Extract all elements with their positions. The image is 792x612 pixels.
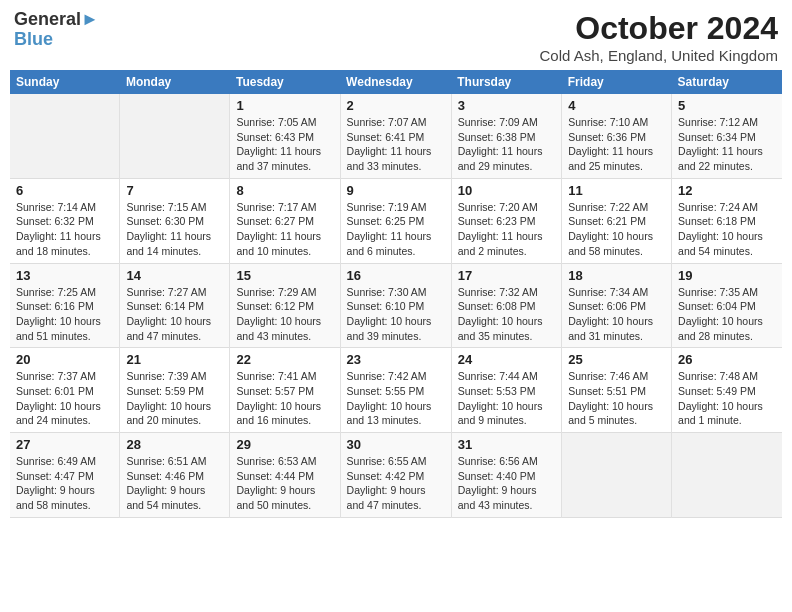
title-block: October 2024 Cold Ash, England, United K… xyxy=(540,10,778,64)
day-detail: Sunrise: 7:10 AM Sunset: 6:36 PM Dayligh… xyxy=(568,115,665,174)
calendar-cell xyxy=(10,94,120,178)
day-detail: Sunrise: 6:49 AM Sunset: 4:47 PM Dayligh… xyxy=(16,454,113,513)
day-detail: Sunrise: 7:07 AM Sunset: 6:41 PM Dayligh… xyxy=(347,115,445,174)
day-detail: Sunrise: 7:34 AM Sunset: 6:06 PM Dayligh… xyxy=(568,285,665,344)
calendar-cell: 1Sunrise: 7:05 AM Sunset: 6:43 PM Daylig… xyxy=(230,94,340,178)
day-number: 16 xyxy=(347,268,445,283)
day-detail: Sunrise: 7:22 AM Sunset: 6:21 PM Dayligh… xyxy=(568,200,665,259)
day-number: 5 xyxy=(678,98,776,113)
calendar-cell: 24Sunrise: 7:44 AM Sunset: 5:53 PM Dayli… xyxy=(451,348,561,433)
day-number: 11 xyxy=(568,183,665,198)
calendar-cell: 6Sunrise: 7:14 AM Sunset: 6:32 PM Daylig… xyxy=(10,178,120,263)
calendar-cell: 15Sunrise: 7:29 AM Sunset: 6:12 PM Dayli… xyxy=(230,263,340,348)
column-header-wednesday: Wednesday xyxy=(340,70,451,94)
day-detail: Sunrise: 7:37 AM Sunset: 6:01 PM Dayligh… xyxy=(16,369,113,428)
day-number: 23 xyxy=(347,352,445,367)
calendar-cell: 20Sunrise: 7:37 AM Sunset: 6:01 PM Dayli… xyxy=(10,348,120,433)
day-number: 21 xyxy=(126,352,223,367)
day-number: 7 xyxy=(126,183,223,198)
day-number: 4 xyxy=(568,98,665,113)
day-detail: Sunrise: 7:05 AM Sunset: 6:43 PM Dayligh… xyxy=(236,115,333,174)
week-row-2: 6Sunrise: 7:14 AM Sunset: 6:32 PM Daylig… xyxy=(10,178,782,263)
calendar-cell: 8Sunrise: 7:17 AM Sunset: 6:27 PM Daylig… xyxy=(230,178,340,263)
day-detail: Sunrise: 7:15 AM Sunset: 6:30 PM Dayligh… xyxy=(126,200,223,259)
logo-line1: General► xyxy=(14,10,99,30)
day-detail: Sunrise: 7:29 AM Sunset: 6:12 PM Dayligh… xyxy=(236,285,333,344)
day-detail: Sunrise: 7:30 AM Sunset: 6:10 PM Dayligh… xyxy=(347,285,445,344)
day-detail: Sunrise: 6:51 AM Sunset: 4:46 PM Dayligh… xyxy=(126,454,223,513)
calendar-cell: 16Sunrise: 7:30 AM Sunset: 6:10 PM Dayli… xyxy=(340,263,451,348)
day-number: 12 xyxy=(678,183,776,198)
day-detail: Sunrise: 6:55 AM Sunset: 4:42 PM Dayligh… xyxy=(347,454,445,513)
day-detail: Sunrise: 7:42 AM Sunset: 5:55 PM Dayligh… xyxy=(347,369,445,428)
day-number: 15 xyxy=(236,268,333,283)
calendar-cell: 9Sunrise: 7:19 AM Sunset: 6:25 PM Daylig… xyxy=(340,178,451,263)
day-number: 1 xyxy=(236,98,333,113)
day-detail: Sunrise: 7:12 AM Sunset: 6:34 PM Dayligh… xyxy=(678,115,776,174)
day-number: 17 xyxy=(458,268,555,283)
calendar-cell: 26Sunrise: 7:48 AM Sunset: 5:49 PM Dayli… xyxy=(672,348,782,433)
calendar-cell: 28Sunrise: 6:51 AM Sunset: 4:46 PM Dayli… xyxy=(120,433,230,518)
calendar-cell: 30Sunrise: 6:55 AM Sunset: 4:42 PM Dayli… xyxy=(340,433,451,518)
week-row-5: 27Sunrise: 6:49 AM Sunset: 4:47 PM Dayli… xyxy=(10,433,782,518)
day-number: 24 xyxy=(458,352,555,367)
calendar-cell: 23Sunrise: 7:42 AM Sunset: 5:55 PM Dayli… xyxy=(340,348,451,433)
logo-line2: Blue xyxy=(14,30,99,50)
day-detail: Sunrise: 7:39 AM Sunset: 5:59 PM Dayligh… xyxy=(126,369,223,428)
day-number: 27 xyxy=(16,437,113,452)
day-detail: Sunrise: 7:17 AM Sunset: 6:27 PM Dayligh… xyxy=(236,200,333,259)
day-number: 18 xyxy=(568,268,665,283)
day-detail: Sunrise: 6:53 AM Sunset: 4:44 PM Dayligh… xyxy=(236,454,333,513)
day-number: 9 xyxy=(347,183,445,198)
calendar-cell: 2Sunrise: 7:07 AM Sunset: 6:41 PM Daylig… xyxy=(340,94,451,178)
calendar-cell: 25Sunrise: 7:46 AM Sunset: 5:51 PM Dayli… xyxy=(562,348,672,433)
column-header-thursday: Thursday xyxy=(451,70,561,94)
day-number: 30 xyxy=(347,437,445,452)
calendar-cell: 4Sunrise: 7:10 AM Sunset: 6:36 PM Daylig… xyxy=(562,94,672,178)
calendar-cell: 7Sunrise: 7:15 AM Sunset: 6:30 PM Daylig… xyxy=(120,178,230,263)
calendar-cell: 17Sunrise: 7:32 AM Sunset: 6:08 PM Dayli… xyxy=(451,263,561,348)
day-detail: Sunrise: 7:41 AM Sunset: 5:57 PM Dayligh… xyxy=(236,369,333,428)
day-number: 22 xyxy=(236,352,333,367)
calendar-cell: 19Sunrise: 7:35 AM Sunset: 6:04 PM Dayli… xyxy=(672,263,782,348)
day-number: 14 xyxy=(126,268,223,283)
day-number: 29 xyxy=(236,437,333,452)
day-number: 31 xyxy=(458,437,555,452)
calendar-cell: 31Sunrise: 6:56 AM Sunset: 4:40 PM Dayli… xyxy=(451,433,561,518)
calendar-cell: 10Sunrise: 7:20 AM Sunset: 6:23 PM Dayli… xyxy=(451,178,561,263)
page-header: General► Blue October 2024 Cold Ash, Eng… xyxy=(10,10,782,64)
calendar-cell xyxy=(562,433,672,518)
day-number: 28 xyxy=(126,437,223,452)
day-number: 2 xyxy=(347,98,445,113)
day-detail: Sunrise: 7:24 AM Sunset: 6:18 PM Dayligh… xyxy=(678,200,776,259)
calendar-cell xyxy=(672,433,782,518)
column-header-monday: Monday xyxy=(120,70,230,94)
calendar-cell: 21Sunrise: 7:39 AM Sunset: 5:59 PM Dayli… xyxy=(120,348,230,433)
column-header-friday: Friday xyxy=(562,70,672,94)
calendar-cell: 11Sunrise: 7:22 AM Sunset: 6:21 PM Dayli… xyxy=(562,178,672,263)
day-detail: Sunrise: 7:27 AM Sunset: 6:14 PM Dayligh… xyxy=(126,285,223,344)
calendar-cell: 3Sunrise: 7:09 AM Sunset: 6:38 PM Daylig… xyxy=(451,94,561,178)
day-detail: Sunrise: 7:25 AM Sunset: 6:16 PM Dayligh… xyxy=(16,285,113,344)
calendar-cell: 27Sunrise: 6:49 AM Sunset: 4:47 PM Dayli… xyxy=(10,433,120,518)
week-row-4: 20Sunrise: 7:37 AM Sunset: 6:01 PM Dayli… xyxy=(10,348,782,433)
calendar-table: SundayMondayTuesdayWednesdayThursdayFrid… xyxy=(10,70,782,518)
calendar-cell: 14Sunrise: 7:27 AM Sunset: 6:14 PM Dayli… xyxy=(120,263,230,348)
day-detail: Sunrise: 7:35 AM Sunset: 6:04 PM Dayligh… xyxy=(678,285,776,344)
day-number: 25 xyxy=(568,352,665,367)
calendar-cell: 18Sunrise: 7:34 AM Sunset: 6:06 PM Dayli… xyxy=(562,263,672,348)
day-number: 13 xyxy=(16,268,113,283)
day-detail: Sunrise: 7:44 AM Sunset: 5:53 PM Dayligh… xyxy=(458,369,555,428)
week-row-1: 1Sunrise: 7:05 AM Sunset: 6:43 PM Daylig… xyxy=(10,94,782,178)
day-detail: Sunrise: 7:14 AM Sunset: 6:32 PM Dayligh… xyxy=(16,200,113,259)
week-row-3: 13Sunrise: 7:25 AM Sunset: 6:16 PM Dayli… xyxy=(10,263,782,348)
calendar-cell: 5Sunrise: 7:12 AM Sunset: 6:34 PM Daylig… xyxy=(672,94,782,178)
day-detail: Sunrise: 7:20 AM Sunset: 6:23 PM Dayligh… xyxy=(458,200,555,259)
calendar-header-row: SundayMondayTuesdayWednesdayThursdayFrid… xyxy=(10,70,782,94)
day-number: 10 xyxy=(458,183,555,198)
day-number: 6 xyxy=(16,183,113,198)
day-detail: Sunrise: 6:56 AM Sunset: 4:40 PM Dayligh… xyxy=(458,454,555,513)
logo: General► Blue xyxy=(14,10,99,50)
day-detail: Sunrise: 7:46 AM Sunset: 5:51 PM Dayligh… xyxy=(568,369,665,428)
column-header-saturday: Saturday xyxy=(672,70,782,94)
